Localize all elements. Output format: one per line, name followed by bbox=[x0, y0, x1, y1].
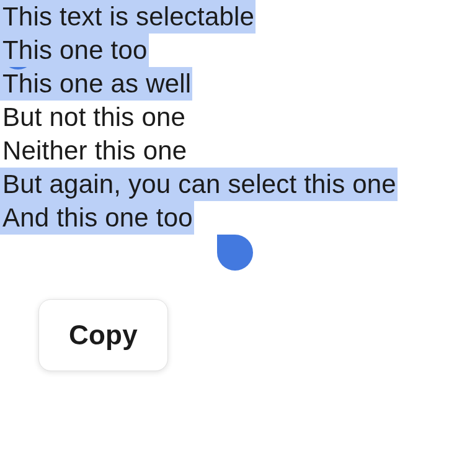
text-line[interactable]: But again, you can select this one bbox=[0, 168, 398, 201]
selection-end-handle[interactable] bbox=[217, 235, 253, 271]
text-line[interactable]: This one too bbox=[0, 34, 149, 67]
context-menu[interactable]: Copy bbox=[38, 299, 168, 371]
text-line[interactable]: But not this one bbox=[0, 101, 187, 134]
text-line[interactable]: This text is selectable bbox=[0, 0, 256, 34]
copy-menu-item[interactable]: Copy bbox=[69, 320, 138, 350]
text-line[interactable]: This one as well bbox=[0, 67, 192, 101]
text-line[interactable]: And this one too bbox=[0, 201, 194, 235]
demo-surface: This text is selectable This one too Thi… bbox=[0, 0, 449, 476]
text-line[interactable]: Neither this one bbox=[0, 134, 188, 168]
